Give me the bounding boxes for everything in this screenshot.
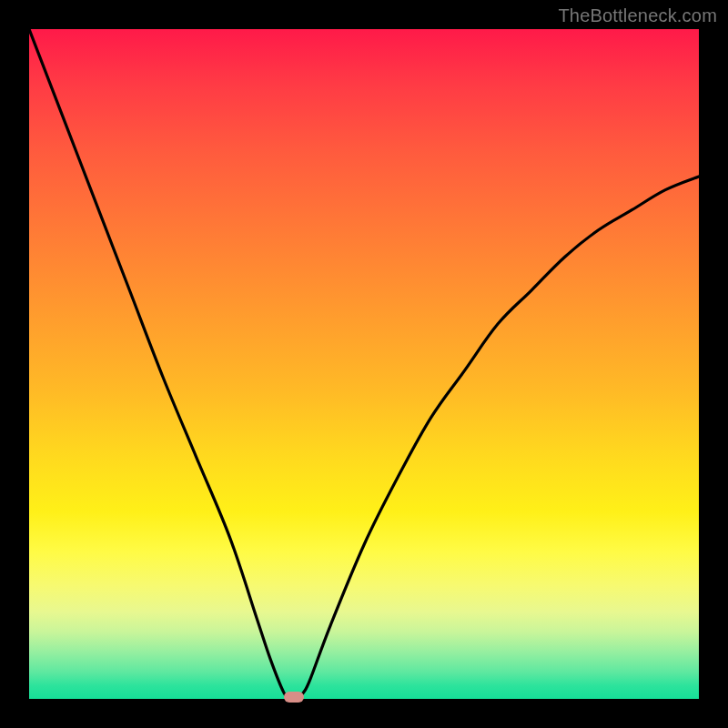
min-marker <box>284 692 304 703</box>
watermark-text: TheBottleneck.com <box>558 5 717 26</box>
bottleneck-curve <box>29 29 699 699</box>
plot-area <box>29 29 699 699</box>
chart-frame: TheBottleneck.com <box>0 0 728 728</box>
